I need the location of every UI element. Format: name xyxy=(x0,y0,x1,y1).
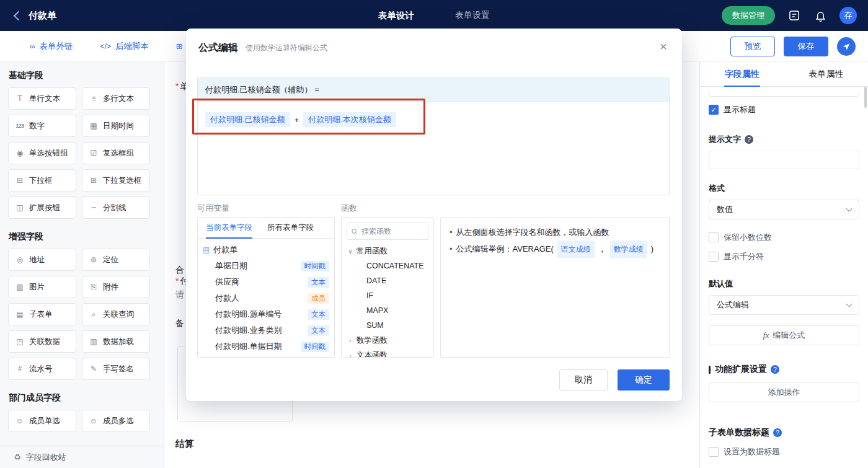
field-type-label: 单行文本 xyxy=(29,94,60,104)
keep-decimal-checkbox-row[interactable]: 保留小数位数 xyxy=(709,232,859,243)
properties-tab[interactable]: 字段属性 xyxy=(700,62,784,86)
variable-item[interactable]: 供应商 文本 xyxy=(203,274,329,290)
function-item-label: IF xyxy=(366,291,373,300)
palette-field-button[interactable]: ╌ 分割线 xyxy=(82,196,150,219)
properties-tab[interactable]: 表单属性 xyxy=(784,62,868,86)
field-type-label: 地址 xyxy=(29,255,45,265)
save-button[interactable]: 保存 xyxy=(784,37,828,56)
checkbox-icon[interactable] xyxy=(709,232,719,242)
function-item[interactable]: › 数学函数 xyxy=(347,333,428,348)
variables-tab[interactable]: 当前表单字段 xyxy=(206,218,252,238)
palette-field-button[interactable]: ◫ 扩展按钮 xyxy=(8,196,76,219)
checkbox-icon[interactable] xyxy=(709,447,719,457)
help-icon[interactable] xyxy=(745,135,753,144)
data-manage-button[interactable]: 数据管理 xyxy=(722,6,775,25)
palette-field-button[interactable]: T 单行文本 xyxy=(8,87,76,110)
scrollbar-thumb[interactable] xyxy=(864,87,867,108)
format-select[interactable]: 数值 xyxy=(709,200,859,219)
cancel-button[interactable]: 取消 xyxy=(559,369,608,391)
functions-panel: ∨ 常用函数 CONCATENATE DATE xyxy=(341,217,434,358)
formula-field-chip[interactable]: 付款明细.已核销金额 xyxy=(205,112,290,127)
default-value-select[interactable]: 公式编辑 xyxy=(709,295,859,315)
designer-mode-tab[interactable]: 表单设计 xyxy=(378,10,414,22)
example-field-chip: 语文成绩 xyxy=(557,241,595,258)
palette-field-button[interactable]: ▨ 图片 xyxy=(8,276,76,298)
grid-icon[interactable] xyxy=(787,9,801,22)
required-mark: * xyxy=(175,81,179,91)
palette-field-button[interactable]: # 流水号 xyxy=(8,358,76,380)
toolbar-link[interactable]: ∞ 表单外链 xyxy=(30,41,73,52)
bell-icon[interactable] xyxy=(813,9,827,22)
palette-field-button[interactable]: 123 数字 xyxy=(8,115,76,137)
add-action-button[interactable]: 添加操作 xyxy=(709,382,859,402)
palette-field-button[interactable]: ⎘ 附件 xyxy=(82,276,150,298)
toolbar-link[interactable]: </> 后端脚本 xyxy=(100,41,149,52)
formula-expression[interactable]: 付款明细.已核销金额 + 付款明细.本次核销金额 xyxy=(198,102,669,138)
publish-icon[interactable] xyxy=(837,37,856,56)
help-text: ) xyxy=(651,241,653,257)
trash-icon: ♻ xyxy=(14,453,21,462)
checkbox-checked-icon[interactable] xyxy=(709,105,719,115)
help-icon[interactable] xyxy=(771,365,779,374)
palette-field-button[interactable]: ☑ 复选框组 xyxy=(82,142,150,164)
field-recycle-bin[interactable]: ♻ 字段回收站 xyxy=(0,446,164,468)
field-type-label: 下拉复选框 xyxy=(103,175,142,186)
thousands-checkbox-row[interactable]: 显示千分符 xyxy=(709,251,859,262)
variable-item[interactable]: 付款明细.单据日期 时间戳 xyxy=(203,338,329,355)
palette-field-button[interactable]: ▥ 数据加载 xyxy=(82,330,150,353)
checkbox-icon[interactable] xyxy=(709,252,719,262)
variable-item[interactable]: 付款人 成员 xyxy=(203,290,329,306)
variable-item[interactable]: 付款明细.源单编号 文本 xyxy=(203,306,329,322)
preview-button[interactable]: 预览 xyxy=(730,37,775,56)
toolbar-link-icon: </> xyxy=(100,42,111,51)
formula-field-chip[interactable]: 付款明细.本次核销金额 xyxy=(303,112,396,127)
palette-field-button[interactable]: ⊕ 定位 xyxy=(82,249,150,271)
function-search-input[interactable] xyxy=(360,226,424,236)
variable-item[interactable]: 付款明细.业务类别 文本 xyxy=(203,322,329,338)
palette-field-button[interactable]: ☺ 成员单选 xyxy=(8,410,76,432)
palette-field-button[interactable]: ◉ 单选按钮组 xyxy=(8,142,76,164)
palette-field-button[interactable]: ◎ 地址 xyxy=(8,249,76,271)
set-data-title-label: 设置为数据标题 xyxy=(724,446,780,457)
edit-formula-label: 编辑公式 xyxy=(773,330,805,341)
palette-field-button[interactable]: ◳ 关联数据 xyxy=(8,330,76,353)
palette-field-button[interactable]: ▤ 子表单 xyxy=(8,303,76,325)
palette-field-button[interactable]: ⊟ 下拉框 xyxy=(8,169,76,192)
show-title-checkbox-row[interactable]: 显示标题 xyxy=(709,104,859,115)
avatar[interactable]: 存 xyxy=(839,7,857,24)
palette-field-button[interactable]: ☺ 成员多选 xyxy=(82,410,150,432)
function-item[interactable]: › 文本函数 xyxy=(347,348,428,358)
recycle-bin-label: 字段回收站 xyxy=(26,452,66,463)
hint-text-input[interactable] xyxy=(709,151,859,169)
confirm-button[interactable]: 确定 xyxy=(618,369,670,391)
close-icon[interactable]: × xyxy=(660,40,667,53)
palette-field-button[interactable]: ✎ 手写签名 xyxy=(82,358,150,380)
function-item[interactable]: IF xyxy=(347,288,428,303)
field-type-icon: ◫ xyxy=(15,203,25,212)
set-data-title-checkbox-row[interactable]: 设置为数据标题 xyxy=(709,446,859,457)
function-item[interactable]: CONCATENATE xyxy=(347,258,428,273)
palette-field-button[interactable]: ▦ 日期时间 xyxy=(82,115,150,137)
designer-mode-tab[interactable]: 表单设置 xyxy=(455,10,490,21)
dialog-subtitle: 使用数学运算符编辑公式 xyxy=(246,43,327,53)
function-search-box[interactable] xyxy=(347,223,428,240)
function-item[interactable]: DATE xyxy=(347,273,428,288)
function-item[interactable]: SUM xyxy=(347,318,428,333)
help-icon[interactable] xyxy=(773,428,782,437)
function-item[interactable]: MAPX xyxy=(347,303,428,318)
palette-field-button[interactable]: ≡ 多行文本 xyxy=(82,87,150,110)
tree-chevron-icon: ∨ xyxy=(347,248,354,255)
field-type-icon: ☺ xyxy=(15,417,25,425)
palette-field-button[interactable]: ⌕ 关联查询 xyxy=(82,303,150,325)
properties-panel: 字段属性 表单属性 显示标题 提示文字 格式 数值 保留小数位数 显示千分符 默… xyxy=(699,62,868,468)
function-item[interactable]: ∨ 常用函数 xyxy=(347,244,428,258)
variable-item[interactable]: 单据日期 时间戳 xyxy=(203,258,329,274)
field-type-label: 分割线 xyxy=(103,203,126,213)
palette-field-button[interactable]: ⊞ 下拉复选框 xyxy=(82,169,150,192)
variables-tab[interactable]: 所有表单字段 xyxy=(267,218,314,238)
variables-root-item[interactable]: ▤ 付款单 xyxy=(203,242,329,258)
formula-editor[interactable]: 付款明细.已核销金额（辅助） = 付款明细.已核销金额 + 付款明细.本次核销金… xyxy=(197,77,670,195)
edit-formula-button[interactable]: fx 编辑公式 xyxy=(709,325,859,345)
field-type-icon: ▦ xyxy=(89,121,99,130)
back-icon[interactable] xyxy=(11,10,22,21)
